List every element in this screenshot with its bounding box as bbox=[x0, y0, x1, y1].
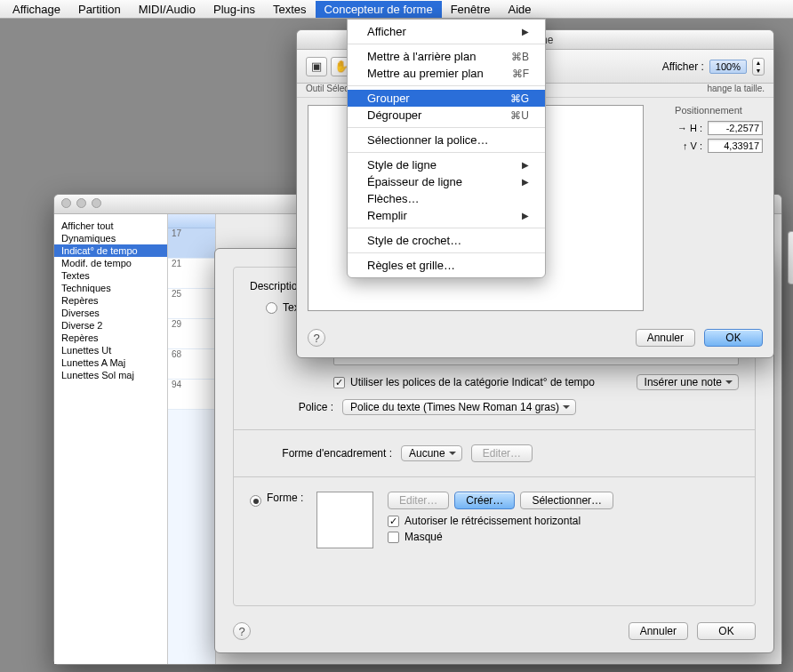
window-edge-handle[interactable] bbox=[788, 231, 793, 284]
autoriser-label: Autoriser le rétrécissement horizontal bbox=[405, 515, 581, 527]
masque-checkbox[interactable] bbox=[388, 532, 399, 543]
h-label: → H : bbox=[677, 123, 702, 133]
menu-textes[interactable]: Textes bbox=[264, 1, 316, 18]
menu-separator bbox=[348, 152, 545, 153]
menu-midi-audio[interactable]: MIDI/Audio bbox=[130, 1, 204, 18]
menu-item-s-lectionner-la-police-[interactable]: Sélectionner la police… bbox=[348, 132, 545, 148]
sidebar-item[interactable]: Diverses bbox=[54, 307, 167, 319]
encadrement-label: Forme d'encadrement : bbox=[250, 447, 392, 460]
menu-item-label: Règles et grille… bbox=[367, 259, 529, 272]
menu-separator bbox=[348, 127, 545, 128]
sidebar-item[interactable]: Techniques bbox=[54, 282, 167, 294]
menu-shortcut: ⌘U bbox=[510, 109, 529, 122]
forme-create-button[interactable]: Créer… bbox=[454, 492, 515, 509]
menu-item-remplir[interactable]: Remplir▶ bbox=[348, 207, 545, 224]
close-icon[interactable] bbox=[61, 198, 71, 208]
autoriser-checkbox[interactable] bbox=[388, 516, 399, 527]
positioning-panel: Positionnement → H : ↑ V : bbox=[654, 105, 763, 311]
menu-item-label: Mettre à l'arrière plan bbox=[367, 50, 504, 63]
menu-item-label: Remplir bbox=[367, 209, 515, 222]
submenu-arrow-icon: ▶ bbox=[522, 211, 529, 220]
menu-shortcut: ⌘G bbox=[510, 92, 529, 105]
line-list-header bbox=[168, 214, 215, 228]
sidebar-item[interactable]: Repères bbox=[54, 294, 167, 307]
use-category-font-label: Utiliser les polices de la catégorie Ind… bbox=[350, 376, 595, 388]
menu-item-style-de-crochet-[interactable]: Style de crochet… bbox=[348, 232, 545, 249]
menu-plug-ins[interactable]: Plug-ins bbox=[204, 1, 264, 18]
line-number[interactable]: 21 bbox=[168, 259, 215, 289]
texte-radio[interactable] bbox=[266, 302, 277, 314]
menu-item-label: Style de ligne bbox=[367, 158, 515, 172]
zoom-icon[interactable] bbox=[92, 198, 101, 208]
sidebar-item[interactable]: Dynamiques bbox=[54, 232, 167, 244]
sidebar-item[interactable]: Lunettes A Maj bbox=[54, 356, 167, 369]
submenu-arrow-icon: ▶ bbox=[522, 177, 529, 187]
menu-item-afficher[interactable]: Afficher▶ bbox=[348, 23, 545, 40]
front-cancel-button[interactable]: Annuler bbox=[636, 329, 695, 347]
menu-item-style-de-ligne[interactable]: Style de ligne▶ bbox=[348, 156, 545, 173]
line-number[interactable]: 25 bbox=[168, 289, 215, 319]
encadrement-edit-button[interactable]: Editer… bbox=[471, 444, 533, 462]
middle-ok-button[interactable]: OK bbox=[697, 622, 756, 640]
concepteur-dropdown[interactable]: Afficher▶Mettre à l'arrière plan⌘BMettre… bbox=[347, 19, 546, 278]
sidebar-item[interactable]: Diverse 2 bbox=[54, 319, 167, 332]
menu-item-grouper[interactable]: Grouper⌘G bbox=[348, 90, 545, 107]
sidebar-item[interactable]: Lunettes Sol maj bbox=[54, 369, 167, 381]
forme-radio[interactable] bbox=[250, 495, 261, 507]
line-number[interactable]: 17 bbox=[168, 228, 215, 259]
menu-item-mettre-au-premier-plan[interactable]: Mettre au premier plan⌘F bbox=[348, 65, 545, 82]
menu-item-d-grouper[interactable]: Dégrouper⌘U bbox=[348, 107, 545, 124]
zoom-stepper[interactable]: ▲▼ bbox=[752, 58, 765, 76]
sidebar-item[interactable]: Afficher tout bbox=[54, 220, 167, 232]
menu-item-r-gles-et-grille-[interactable]: Règles et grille… bbox=[348, 257, 545, 274]
menu-separator bbox=[348, 85, 545, 86]
menu-affichage[interactable]: Affichage bbox=[4, 1, 69, 18]
insert-note-popup[interactable]: Insérer une note bbox=[637, 374, 739, 390]
v-input[interactable] bbox=[708, 139, 763, 153]
forme-label: Forme : bbox=[267, 492, 316, 504]
h-input[interactable] bbox=[708, 121, 763, 135]
menu-item-mettre-l-arri-re-plan[interactable]: Mettre à l'arrière plan⌘B bbox=[348, 48, 545, 65]
menu-item-label: Sélectionner la police… bbox=[367, 133, 529, 147]
help-button[interactable]: ? bbox=[233, 622, 251, 640]
front-help-button[interactable]: ? bbox=[308, 329, 325, 347]
zoom-field[interactable]: 100% bbox=[709, 60, 747, 74]
sidebar-item[interactable]: Lunettes Ut bbox=[54, 344, 167, 356]
menu-item-label: Épaisseur de ligne bbox=[367, 175, 515, 188]
menu-item-label: Grouper bbox=[367, 92, 503, 105]
sidebar-item[interactable]: Modif. de tempo bbox=[54, 257, 167, 269]
front-ok-button[interactable]: OK bbox=[704, 329, 763, 347]
line-number-list[interactable]: 172125296894 bbox=[168, 214, 216, 664]
minimize-icon[interactable] bbox=[76, 198, 86, 208]
menu-aide[interactable]: Aide bbox=[499, 1, 540, 18]
menu-partition[interactable]: Partition bbox=[69, 1, 130, 18]
middle-cancel-button[interactable]: Annuler bbox=[629, 622, 688, 640]
menu-item-label: Style de crochet… bbox=[367, 234, 529, 247]
masque-label: Masqué bbox=[405, 531, 443, 543]
police-label: Police : bbox=[285, 401, 333, 413]
menu-separator bbox=[348, 228, 545, 228]
sidebar-item[interactable]: Indicat° de tempo bbox=[54, 244, 167, 257]
separator-2 bbox=[234, 476, 755, 477]
tool-select-icon[interactable]: ▣ bbox=[306, 57, 327, 76]
forme-select-button[interactable]: Sélectionner… bbox=[520, 492, 613, 509]
shape-preview bbox=[316, 492, 373, 548]
category-sidebar[interactable]: Afficher toutDynamiquesIndicat° de tempo… bbox=[54, 214, 168, 664]
encadrement-popup[interactable]: Aucune bbox=[401, 445, 462, 461]
menu-concepteur-de-forme[interactable]: Concepteur de forme bbox=[316, 1, 442, 18]
use-category-font-checkbox[interactable] bbox=[333, 377, 345, 388]
police-popup[interactable]: Police du texte (Times New Roman 14 gras… bbox=[342, 399, 576, 415]
tool-caption-left: Outil Sélec bbox=[306, 84, 348, 93]
sidebar-item[interactable]: Textes bbox=[54, 269, 167, 282]
submenu-arrow-icon: ▶ bbox=[522, 160, 529, 170]
sidebar-item[interactable]: Repères bbox=[54, 332, 167, 344]
menu-fen-tre[interactable]: Fenêtre bbox=[442, 1, 500, 18]
forme-edit-button[interactable]: Editer… bbox=[388, 492, 449, 509]
traffic-lights[interactable] bbox=[61, 198, 101, 208]
line-number[interactable]: 94 bbox=[168, 380, 215, 410]
menu-item--paisseur-de-ligne[interactable]: Épaisseur de ligne▶ bbox=[348, 173, 545, 190]
line-number[interactable]: 68 bbox=[168, 349, 215, 380]
line-number[interactable]: 29 bbox=[168, 319, 215, 349]
menubar: AffichagePartitionMIDI/AudioPlug-insText… bbox=[0, 0, 793, 19]
menu-item-fl-ches-[interactable]: Flèches… bbox=[348, 190, 545, 207]
